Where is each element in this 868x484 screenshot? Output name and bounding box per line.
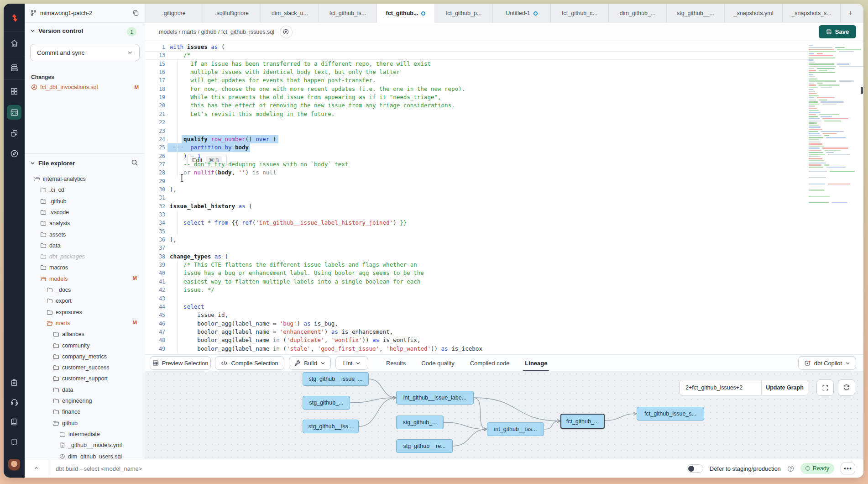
build-button[interactable]: Build [289, 356, 331, 370]
tree-item-data[interactable]: data [53, 384, 73, 395]
lineage-edge [605, 414, 637, 421]
status-bar: ^ dbt build --select <model_name> Defer … [25, 459, 863, 478]
file-tab-.sqlfluffignore[interactable]: .sqlfluffignore [203, 4, 261, 23]
open-lineage-button[interactable] [280, 26, 293, 38]
file-tab-_snapshots_s...[interactable]: _snapshots_s... [783, 4, 841, 23]
line-number: 37 [145, 244, 165, 252]
file-explorer-header[interactable]: File explorer [30, 160, 140, 167]
lineage-node-n1[interactable]: stg_github__issue_... [303, 372, 369, 386]
refresh-button[interactable] [838, 379, 855, 396]
more-options-button[interactable]: ••• [841, 463, 855, 474]
search-icon[interactable] [131, 159, 138, 166]
user-avatar[interactable] [7, 458, 21, 472]
tree-item-company_metrics[interactable]: company_metrics [53, 351, 107, 362]
file-tab-dim_github_...[interactable]: dim_github_... [609, 4, 667, 23]
lineage-node-n4[interactable]: int_github__issue_labe... [396, 391, 474, 405]
collapse-panel-button[interactable]: ^ [25, 459, 48, 478]
fullscreen-button[interactable] [816, 379, 834, 396]
tree-item-data[interactable]: data [40, 240, 60, 251]
tree-item-models[interactable]: models [40, 274, 68, 284]
help-icon[interactable] [787, 465, 794, 472]
defer-toggle[interactable] [687, 464, 703, 473]
lineage-node-n5[interactable]: stg_github_... [396, 416, 444, 429]
lineage-node-n7[interactable]: int_github__iss... [487, 422, 544, 436]
clipboard-icon[interactable] [7, 375, 21, 390]
tab-lineage[interactable]: Lineage [525, 355, 547, 371]
tab-compiled-code[interactable]: Compiled code [470, 355, 510, 371]
dbt-command-input[interactable]: dbt build --select <model_name> [48, 465, 687, 472]
tree-item-dim_github_users.sql[interactable]: dim_github_users.sql [59, 451, 122, 459]
file-tab-fct_github_c...[interactable]: fct_github_c... [551, 4, 609, 23]
tree-item-analysis[interactable]: analysis [40, 218, 70, 229]
copy-icon[interactable] [132, 10, 139, 16]
file-tab-fct_github_is...[interactable]: fct_github_is... [319, 4, 377, 23]
file-tab-fct_github...[interactable]: fct_github... [377, 4, 435, 23]
lineage-node-n9[interactable]: fct_github_issue_s... [637, 407, 704, 421]
file-tab-fct_github_p...[interactable]: fct_github_p... [435, 4, 493, 23]
tree-item-customer_success[interactable]: customer_success [53, 362, 110, 373]
tree-item-customer_support[interactable]: customer_support [53, 373, 108, 384]
tree-item-export[interactable]: export [47, 295, 72, 306]
file-tab-stg_github__...[interactable]: stg_github__... [667, 4, 725, 23]
branch-name[interactable]: mirnawong1-patch-2 [40, 10, 129, 16]
tree-item-engineering[interactable]: engineering [53, 395, 92, 406]
support-headset-icon[interactable] [7, 395, 21, 409]
lineage-node-n2[interactable]: stg_github_... [303, 396, 350, 410]
lint-button[interactable]: Lint [335, 356, 368, 370]
new-tab-button[interactable]: + [841, 4, 860, 23]
tree-item-finance[interactable]: finance [53, 406, 80, 417]
tree-item-community[interactable]: community [53, 340, 89, 351]
file-tab-_snapshots.yml[interactable]: _snapshots.yml [725, 4, 783, 23]
tree-item-exposures[interactable]: exposures [47, 307, 82, 318]
orchestration-icon[interactable] [7, 126, 21, 141]
code-editor-icon[interactable] [7, 105, 21, 120]
tab-results[interactable]: Results [386, 355, 406, 371]
docs-book-icon[interactable] [7, 415, 21, 429]
tree-item-intermediate[interactable]: intermediate [59, 429, 100, 440]
dashboard-grid-icon[interactable] [7, 84, 21, 99]
lineage-node-n8[interactable]: fct_github_... [560, 414, 605, 429]
dbt-copilot-button[interactable]: dbt Copilot [798, 356, 856, 370]
lineage-edge [474, 398, 487, 429]
line-number: 39 [145, 261, 165, 269]
stack-icon[interactable] [7, 60, 21, 75]
code-line-20: 20 this has the effect of removing the n… [145, 101, 863, 110]
tree-item-assets[interactable]: assets [40, 229, 66, 240]
preview-button[interactable]: Preview Selection [150, 356, 211, 370]
file-tab-.gitignore[interactable]: .gitignore [145, 4, 203, 23]
tree-item-dbt_packages[interactable]: dbt_packages [40, 251, 85, 262]
whitespace-dots: ··· [173, 143, 185, 152]
tree-item-alliances[interactable]: alliances [53, 329, 84, 340]
lineage-node-n6[interactable]: stg_github__re... [396, 439, 453, 453]
tree-item-_github__models.yml[interactable]: _github__models.yml [59, 440, 122, 451]
tab-code-quality[interactable]: Code quality [421, 355, 454, 371]
changes-label: Changes [31, 74, 54, 80]
code-line-26: 26 ) = 1 [145, 152, 863, 160]
tree-item-internal-analytics[interactable]: internal-analytics [34, 174, 86, 184]
tree-item-macros[interactable]: macros [40, 262, 68, 273]
line-number: 31 [145, 194, 165, 202]
tree-item-github[interactable]: github [53, 418, 78, 429]
lineage-selector-input[interactable] [680, 380, 761, 395]
explore-compass-icon[interactable] [7, 146, 21, 161]
tree-item-marts[interactable]: marts [47, 318, 70, 329]
tree-item-_docs[interactable]: _docs [47, 284, 71, 295]
tree-item-.vscode[interactable]: .vscode [40, 207, 69, 218]
commit-and-sync-button[interactable]: Commit and sync [30, 44, 140, 61]
tree-item-.github[interactable]: .github [40, 196, 67, 207]
organization-icon[interactable] [7, 435, 21, 449]
home-icon[interactable] [7, 36, 21, 50]
compile-button[interactable]: Compile Selection [215, 356, 284, 370]
changed-file-item[interactable]: fct_dbt_invocations.sql M [31, 84, 139, 90]
file-tab-dim_slack_u...[interactable]: dim_slack_u... [261, 4, 319, 23]
version-control-header[interactable]: Version control [30, 27, 83, 34]
update-graph-button[interactable]: Update Graph [761, 380, 808, 395]
code-line-38: 38change_types as ( [145, 253, 863, 261]
lineage-node-n3[interactable]: stg_github__iss... [303, 420, 359, 433]
code-editor[interactable]: Edit ⌘ B 1with issues as (13 /*15 If an … [145, 41, 863, 354]
tree-item-.ci_cd[interactable]: .ci_cd [40, 184, 64, 195]
file-tab-Untitled-1[interactable]: Untitled-1 [493, 4, 551, 23]
status-ready-badge[interactable]: Ready [800, 463, 834, 474]
dbt-logo-icon[interactable] [7, 11, 21, 26]
save-button[interactable]: Save [819, 25, 856, 38]
